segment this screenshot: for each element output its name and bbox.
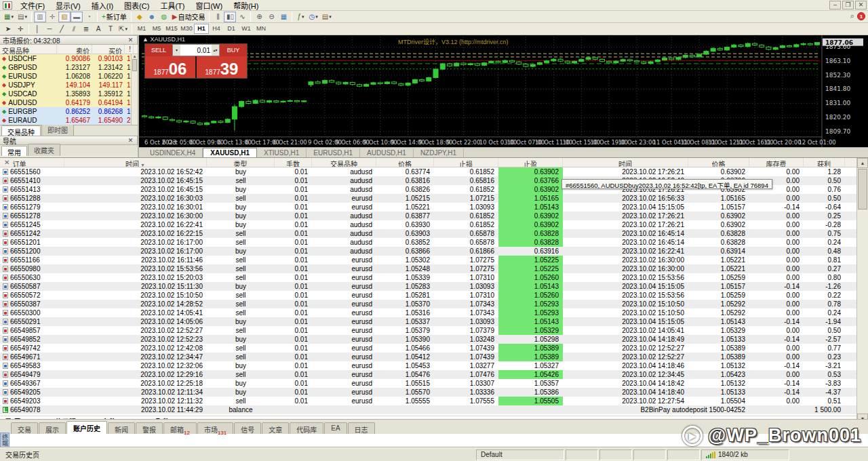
timeframe-mn[interactable]: MN xyxy=(254,24,269,34)
candlestick-chart[interactable]: 1873.601863.101852.301841.801831.001820.… xyxy=(139,35,868,147)
close-button[interactable]: ✕ xyxy=(855,1,867,9)
menu-item-i[interactable]: 插入(I) xyxy=(86,0,119,12)
order-row[interactable]: 665505872023.10.02 15:11:30buy0.01eurusd… xyxy=(0,282,868,291)
market-watch-row-eurgbp[interactable]: ◆EURGBP0.862520.8626816 xyxy=(0,107,138,116)
terminal-tab-展示[interactable]: 展示 xyxy=(39,422,66,434)
tab-favorites[interactable]: 收藏夹 xyxy=(28,144,60,156)
chart-tab-eurusd-h1[interactable]: EURUSD,H1 xyxy=(307,148,360,157)
order-row[interactable]: 665495832023.10.02 12:32:06buy0.01eurusd… xyxy=(0,361,868,370)
community-button[interactable]: ☻ xyxy=(146,12,158,22)
market-watch-row-audusd[interactable]: ◆AUDUSD0.641790.6419415 xyxy=(0,98,138,107)
terminal-tab-交易[interactable]: 交易 xyxy=(11,422,38,434)
navigator-close-icon[interactable]: ✕ xyxy=(127,137,134,144)
sell-price[interactable]: 1877 06 xyxy=(145,56,195,78)
line-chart-button[interactable]: ∿ xyxy=(236,12,248,22)
timeframe-m15[interactable]: M15 xyxy=(164,24,179,34)
cursor-button[interactable]: ➤ xyxy=(2,24,14,35)
menu-item-h[interactable]: 帮助(H) xyxy=(228,0,264,12)
orders-column-header-2[interactable]: 类型 xyxy=(207,158,275,167)
new-chart-button[interactable]: ▦▾ xyxy=(2,12,16,22)
terminal-tab-新闻[interactable]: 新闻 xyxy=(108,422,135,434)
order-row[interactable]: 665505722023.10.02 15:10:50sell0.01eurus… xyxy=(0,291,868,300)
fibonacci-button[interactable]: ≣ xyxy=(80,24,92,35)
order-row[interactable]: 665512452023.10.02 16:22:41buy0.01audusd… xyxy=(0,220,868,229)
chart-tab-nzdjpy-h1[interactable]: NZDJPY,H1 xyxy=(414,148,464,157)
chart-tab-audusd-h1[interactable]: AUDUSD,H1 xyxy=(360,148,414,157)
terminal-tab-信号[interactable]: 信号 xyxy=(234,422,261,434)
market-watch-row-euraud[interactable]: ◆EURAUD1.654671.6549023 xyxy=(0,116,138,125)
orders-column-header-3[interactable]: 手数 xyxy=(275,158,312,167)
order-row[interactable]: 665503872023.10.02 14:28:52sell0.01eurus… xyxy=(0,300,868,308)
terminal-toggle[interactable]: ▬ xyxy=(71,12,83,22)
buy-price[interactable]: 1877 39 xyxy=(197,56,247,78)
order-row[interactable]: 665512792023.10.02 16:30:01buy0.01eurusd… xyxy=(0,203,868,212)
orders-column-header-1[interactable]: 时间 ▼ xyxy=(64,158,207,167)
buy-button[interactable]: BUY xyxy=(220,44,247,56)
menu-item-f[interactable]: 文件(F) xyxy=(15,0,50,12)
orders-column-header-4[interactable]: 交易品种 xyxy=(312,158,376,167)
terminal-tab-账户历史[interactable]: 账户历史 xyxy=(66,421,107,434)
chart-tab-usdindex-h4[interactable]: USDINDEX,H4 xyxy=(143,148,203,157)
order-row[interactable]: 665498572023.10.02 12:52:27sell0.01eurus… xyxy=(0,326,868,335)
order-row[interactable]: 665498522023.10.02 12:52:23buy0.01eurusd… xyxy=(0,335,868,344)
restore-button[interactable]: ❐ xyxy=(842,1,854,9)
search-icon[interactable]: ⌕ xyxy=(850,12,854,20)
minimize-button[interactable]: – xyxy=(829,1,841,9)
orders-column-header-8[interactable]: 时间 xyxy=(563,158,688,167)
terminal-tab-代码库[interactable]: 代码库 xyxy=(290,422,323,434)
order-row[interactable]: 665492032023.10.02 12:11:32sell0.01eurus… xyxy=(0,397,868,405)
order-row[interactable]: 665493672023.10.02 12:25:18buy0.01eurusd… xyxy=(0,379,868,388)
channel-button[interactable]: ⫽ xyxy=(68,24,80,35)
indicators-button[interactable]: ƒ▾ xyxy=(294,12,307,22)
terminal-close-icon[interactable]: ✕ xyxy=(4,159,9,166)
market-watch-row-gbpusd[interactable]: ◆GBPUSD1.231271.2314215 xyxy=(0,63,138,72)
terminal-tab-邮箱[interactable]: 邮箱12 xyxy=(163,422,197,434)
tab-symbols[interactable]: 交易品种 xyxy=(1,125,41,136)
autotrading-button[interactable]: ▶自动交易 xyxy=(170,12,208,22)
tile-windows-button[interactable]: ▦ xyxy=(277,12,290,22)
templates-button[interactable]: ▤▾ xyxy=(320,12,334,22)
terminal-tab-市场[interactable]: 市场131 xyxy=(197,422,233,434)
navigator-toggle[interactable]: ▧ xyxy=(58,12,71,22)
profiles-button[interactable]: ▤▾ xyxy=(16,12,29,22)
orders-scrollbar[interactable]: ▲▼ xyxy=(856,158,868,424)
orders-column-header-7[interactable]: 止盈 xyxy=(498,158,563,167)
timeframe-m5[interactable]: M5 xyxy=(149,24,164,34)
order-row[interactable]: 665515602023.10.02 16:52:42buy0.01audusd… xyxy=(0,167,868,176)
order-row[interactable]: 665502912023.10.02 14:05:06buy0.01eurusd… xyxy=(0,317,868,326)
order-row[interactable]: 665492052023.10.02 12:11:34buy0.01eurusd… xyxy=(0,388,868,397)
profile-selector[interactable]: Default xyxy=(476,449,564,460)
order-row[interactable]: 665512782023.10.02 16:30:00buy0.01audusd… xyxy=(0,212,868,220)
order-row[interactable]: 665512012023.10.02 16:17:00sell0.01audus… xyxy=(0,238,868,247)
timeframe-d1[interactable]: D1 xyxy=(224,24,239,34)
tab-common[interactable]: 常用 xyxy=(1,146,27,156)
orders-column-header-11[interactable]: 获利 xyxy=(804,158,845,167)
orders-column-header-5[interactable]: 价格 xyxy=(376,158,434,167)
terminal-tab-ea[interactable]: EA xyxy=(324,422,347,434)
menu-item-t[interactable]: 工具(T) xyxy=(155,0,190,12)
chart-tab-xtiusd-h1[interactable]: XTIUSD,H1 xyxy=(257,148,307,157)
signals-button[interactable]: ◍ xyxy=(158,12,170,22)
terminal-tab-警报[interactable]: 警报 xyxy=(136,422,163,434)
market-watch-close-icon[interactable]: ✕ xyxy=(127,37,134,43)
text-button[interactable]: A xyxy=(92,24,104,35)
notification-badge[interactable]: 1 xyxy=(857,12,865,20)
lot-increase-icon[interactable]: ▴▾ xyxy=(212,45,219,56)
sell-button[interactable]: SELL xyxy=(145,44,172,56)
orders-column-header-10[interactable]: 库存费 xyxy=(749,158,804,167)
lot-decrease-icon[interactable]: ▾ xyxy=(173,45,180,56)
metaeditor-button[interactable]: ◆ xyxy=(134,12,146,22)
chart-tab-xauusd-h1[interactable]: XAUUSD,H1 xyxy=(203,148,257,157)
orders-column-header-0[interactable]: ✕订单 xyxy=(0,158,64,167)
timeframe-h4[interactable]: H4 xyxy=(209,24,224,34)
trendline-button[interactable]: ╱ xyxy=(56,24,68,35)
arrows-button[interactable]: ⇱▾ xyxy=(117,24,130,35)
terminal-tab-日志[interactable]: 日志 xyxy=(348,422,375,434)
order-row[interactable]: 665512422023.10.02 16:22:15sell0.01audus… xyxy=(0,229,868,238)
market-watch-toggle[interactable]: ▥ xyxy=(34,12,46,22)
orders-column-header-9[interactable]: 价格 xyxy=(688,158,749,167)
market-watch-scrollbar[interactable]: ▲ xyxy=(131,54,138,125)
new-order-button[interactable]: +新订单 xyxy=(100,12,129,22)
timeframe-h1[interactable]: H1 xyxy=(194,24,209,34)
candlestick-button[interactable]: ▮▯ xyxy=(224,12,236,22)
